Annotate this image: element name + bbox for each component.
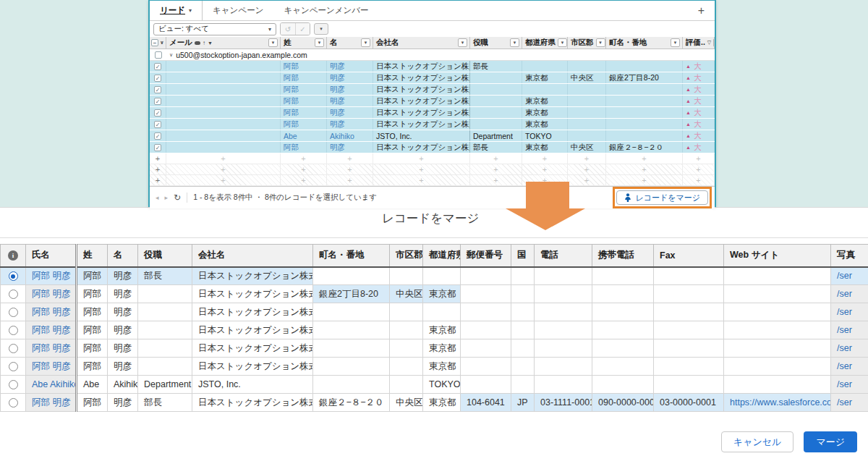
- chevron-down-icon[interactable]: ▼: [268, 38, 278, 47]
- chevron-down-icon[interactable]: ∨: [169, 52, 173, 58]
- cell-name[interactable]: 阿部 明彦: [26, 285, 77, 303]
- record-radio-button[interactable]: [9, 326, 18, 335]
- merge-records-button[interactable]: レコードをマージ: [616, 190, 708, 205]
- grid-row[interactable]: ✓阿部明彦日本ストックオプション株式会社東京都中央区銀座2丁目8-20▲大: [150, 72, 715, 84]
- column-header-rating[interactable]: 評価..▽▼: [683, 37, 715, 48]
- chevron-down-icon[interactable]: ▼: [361, 38, 370, 47]
- prev-page-button[interactable]: ◂: [156, 194, 159, 201]
- checked-checkbox-icon[interactable]: ✓: [154, 144, 161, 151]
- chevron-down-icon[interactable]: ▾: [189, 7, 192, 14]
- new-record-row[interactable]: ++++++++++: [150, 175, 715, 186]
- refresh-button[interactable]: ↻: [174, 193, 181, 203]
- new-record-row[interactable]: ++++++++++: [150, 153, 715, 164]
- grid-row[interactable]: ✓阿部明彦日本ストックオプション株式会社部長東京都中央区銀座２−８−２０▲大: [150, 142, 715, 153]
- tab-leads[interactable]: リード ▾: [150, 1, 203, 20]
- column-header-state[interactable]: 都道府県▼: [522, 37, 568, 48]
- cell[interactable]: 明彦: [327, 61, 373, 72]
- column-header-email[interactable]: メール ↑ ▼ ▼: [166, 37, 281, 48]
- checked-checkbox-icon[interactable]: ✓: [154, 132, 161, 140]
- cell-photo[interactable]: /ser: [831, 267, 868, 285]
- plus-icon[interactable]: +: [150, 153, 166, 164]
- cell-name[interactable]: Abe Akihiko: [26, 376, 77, 394]
- cell-photo[interactable]: /ser: [831, 394, 868, 412]
- cell[interactable]: Akihiko: [327, 130, 373, 141]
- view-selector[interactable]: ビュー: すべて ▾: [153, 23, 276, 35]
- column-header-title[interactable]: 役職▼: [470, 37, 522, 48]
- cell-name[interactable]: 阿部 明彦: [26, 321, 77, 339]
- cell[interactable]: 明彦: [327, 72, 373, 83]
- cell-photo[interactable]: /ser: [831, 339, 868, 358]
- chevron-down-icon[interactable]: ▼: [510, 38, 519, 47]
- plus-icon[interactable]: +: [150, 164, 166, 174]
- column-header-street[interactable]: 町名・番地▼: [606, 37, 683, 48]
- checked-checkbox-icon[interactable]: ✓: [154, 121, 161, 128]
- column-header-first-name[interactable]: 名▼: [327, 37, 373, 48]
- merge-confirm-button[interactable]: マージ: [804, 431, 857, 452]
- cell[interactable]: 阿部: [281, 96, 327, 106]
- record-radio-button[interactable]: [9, 290, 18, 299]
- select-all-header[interactable]: − ∨: [150, 37, 166, 48]
- cell[interactable]: 阿部: [281, 61, 327, 72]
- next-page-button[interactable]: ▸: [165, 194, 169, 201]
- group-checkbox[interactable]: [155, 51, 162, 59]
- record-radio-button[interactable]: [9, 362, 18, 371]
- column-header-city[interactable]: 市区郡▼: [568, 37, 606, 48]
- chevron-down-icon[interactable]: ▼: [558, 38, 567, 47]
- checked-checkbox-icon[interactable]: ✓: [154, 75, 161, 82]
- chevron-down-icon[interactable]: ▼: [671, 38, 680, 47]
- checked-checkbox-icon[interactable]: ✓: [154, 109, 161, 117]
- chevron-down-icon[interactable]: ▼: [713, 38, 715, 47]
- cell-photo[interactable]: /ser: [831, 376, 868, 394]
- cell[interactable]: 明彦: [327, 142, 373, 153]
- chevron-down-icon[interactable]: ▼: [458, 38, 467, 47]
- checked-checkbox-icon[interactable]: ✓: [154, 63, 161, 70]
- cell[interactable]: Abe: [281, 130, 327, 141]
- checked-checkbox-icon[interactable]: ✓: [154, 98, 161, 105]
- grid-row[interactable]: ✓阿部明彦日本ストックオプション株式会社東京都▲大: [150, 107, 715, 119]
- cell-photo[interactable]: /ser: [831, 285, 868, 303]
- plus-icon[interactable]: +: [150, 175, 166, 185]
- tab-campaign-members[interactable]: キャンペーンメンバー: [273, 1, 378, 20]
- grid-row[interactable]: ✓阿部明彦日本ストックオプション株式会社東京都▲大: [150, 96, 715, 107]
- cell-web[interactable]: https://www.salesforce.com/jp: [724, 394, 831, 412]
- record-radio-button[interactable]: [9, 308, 18, 317]
- cell-name[interactable]: 阿部 明彦: [26, 339, 77, 358]
- undo-button[interactable]: ↺: [281, 23, 295, 35]
- cell-photo[interactable]: /ser: [831, 321, 868, 339]
- new-record-row[interactable]: ++++++++++: [150, 164, 715, 175]
- cell[interactable]: 阿部: [281, 142, 327, 153]
- cell-name[interactable]: 阿部 明彦: [26, 394, 77, 412]
- cancel-button[interactable]: キャンセル: [721, 431, 794, 452]
- column-header-last-name[interactable]: 姓▼: [281, 37, 327, 48]
- record-radio-button[interactable]: [9, 344, 18, 353]
- group-row[interactable]: ∨ u500@stockoption-japan.example.com: [150, 49, 715, 61]
- cell-photo[interactable]: /ser: [831, 303, 868, 321]
- chevron-down-icon[interactable]: ∨: [160, 40, 164, 46]
- chevron-down-icon[interactable]: ▼: [315, 38, 324, 47]
- record-radio-button[interactable]: [9, 271, 18, 281]
- cell-name[interactable]: 阿部 明彦: [26, 358, 77, 376]
- more-actions-dropdown[interactable]: ▾: [314, 23, 328, 35]
- cell-name[interactable]: 阿部 明彦: [26, 303, 77, 321]
- column-header-company[interactable]: 会社名▼: [373, 37, 470, 48]
- cell[interactable]: 阿部: [281, 84, 327, 95]
- chevron-down-icon[interactable]: ▼: [596, 38, 605, 47]
- cell[interactable]: 明彦: [327, 84, 373, 95]
- grid-row[interactable]: ✓AbeAkihikoJSTO, Inc.DepartmentTOKYO▲大: [150, 130, 715, 142]
- cell[interactable]: 明彦: [327, 119, 373, 130]
- add-tab-button[interactable]: +: [688, 1, 715, 20]
- record-radio-button[interactable]: [9, 380, 18, 389]
- grid-row[interactable]: ✓阿部明彦日本ストックオプション株式会社▲大: [150, 84, 715, 96]
- cell[interactable]: 阿部: [281, 107, 327, 118]
- grid-row[interactable]: ✓阿部明彦日本ストックオプション株式会社部長▲大: [150, 61, 715, 72]
- cell-photo[interactable]: /ser: [831, 358, 868, 376]
- cell[interactable]: 明彦: [327, 107, 373, 118]
- record-radio-button[interactable]: [9, 398, 18, 408]
- select-all-checkbox[interactable]: −: [151, 39, 158, 46]
- confirm-button[interactable]: ✓: [295, 23, 310, 35]
- cell[interactable]: 明彦: [327, 96, 373, 106]
- tab-campaigns[interactable]: キャンペーン: [203, 1, 273, 20]
- cell[interactable]: 阿部: [281, 72, 327, 83]
- cell[interactable]: 阿部: [281, 119, 327, 130]
- checked-checkbox-icon[interactable]: ✓: [154, 86, 161, 93]
